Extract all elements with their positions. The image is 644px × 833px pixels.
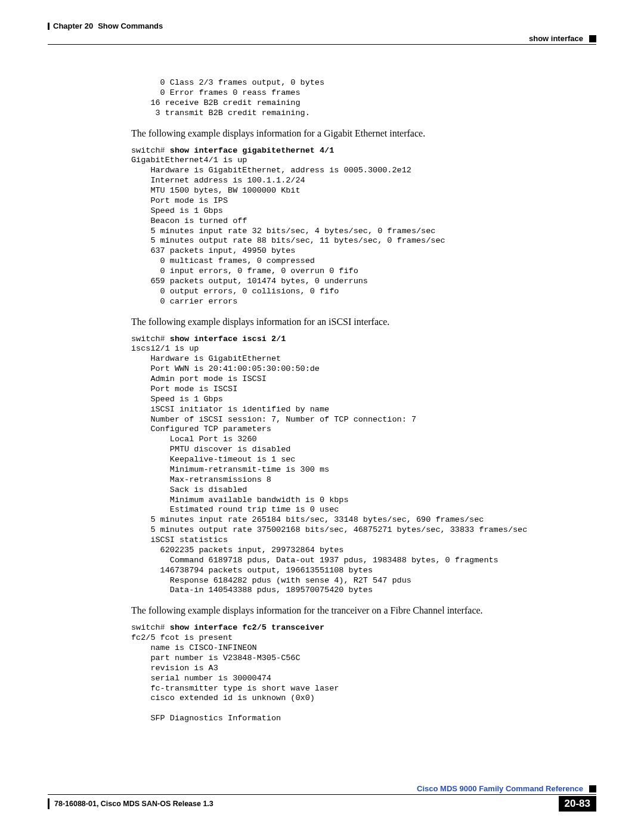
header-top-row: Chapter 20 Show Commands [48,21,596,30]
code-block-2: GigabitEthernet4/1 is up Hardware is Gig… [131,156,584,306]
book-title: Cisco MDS 9000 Family Command Reference [417,784,583,793]
body-text-2: The following example displays informati… [131,317,584,327]
section-title: show interface [529,34,583,43]
command: show interface iscsi 2/1 [170,335,286,343]
page-header: Chapter 20 Show Commands show interface [48,21,596,45]
command: show interface gigabitethernet 4/1 [170,146,334,155]
page-container: Chapter 20 Show Commands show interface … [48,21,596,812]
code-block-4: fc2/5 fcot is present name is CISCO-INFI… [131,633,584,724]
page-footer: Cisco MDS 9000 Family Command Reference … [48,784,596,812]
prompt: switch# [131,623,170,632]
code-block-3: iscsi2/1 is up Hardware is GigabitEthern… [131,344,584,596]
footer-top-row: Cisco MDS 9000 Family Command Reference [48,784,596,795]
header-section-row: show interface [48,34,596,43]
document-id: 78-16088-01, Cisco MDS SAN-OS Release 1.… [54,800,213,808]
chapter-title: Show Commands [98,21,163,30]
prompt: switch# [131,146,170,155]
footer-bottom-row: 78-16088-01, Cisco MDS SAN-OS Release 1.… [48,796,596,812]
body-text-1: The following example displays informati… [131,128,584,139]
code-block-1: 0 Class 2/3 frames output, 0 bytes 0 Err… [131,78,584,119]
chapter-number: Chapter 20 [53,21,93,30]
code-block-3-head: switch# show interface iscsi 2/1 [131,335,584,345]
body-text-3: The following example displays informati… [131,605,584,616]
page-content: 0 Class 2/3 frames output, 0 bytes 0 Err… [131,78,584,724]
header-accent-bar [48,23,49,30]
prompt: switch# [131,335,170,343]
footer-accent-bar [48,798,49,809]
code-block-4-head: switch# show interface fc2/5 transceiver [131,623,584,633]
footer-left: 78-16088-01, Cisco MDS SAN-OS Release 1.… [48,798,213,809]
footer-square-icon [589,785,596,792]
code-block-2-head: switch# show interface gigabitethernet 4… [131,146,584,156]
page-number: 20-83 [559,796,596,812]
command: show interface fc2/5 transceiver [170,623,324,632]
header-square-icon [589,35,596,42]
